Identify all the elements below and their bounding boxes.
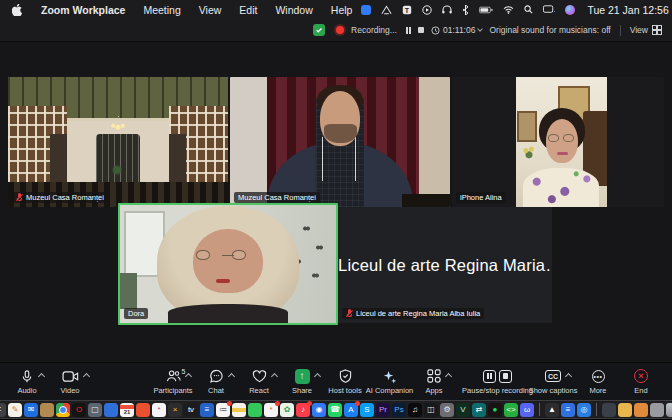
chevron-up-icon[interactable] [38, 373, 45, 380]
dock-icon-chrome[interactable] [56, 403, 70, 417]
headphones-icon[interactable] [442, 5, 452, 14]
dock-icon-yellow-x-app[interactable]: × [168, 403, 182, 417]
stop-recording-icon[interactable] [418, 27, 424, 33]
video-tile-dora-active-speaker[interactable]: Dora [118, 203, 338, 325]
menu-item-meeting[interactable]: Meeting [134, 4, 189, 16]
play-circle-icon[interactable] [422, 5, 432, 15]
dock-icon-trash[interactable] [666, 403, 672, 417]
dock-icon-whatsapp[interactable]: ☎ [328, 403, 342, 417]
chevron-up-icon[interactable] [227, 373, 234, 380]
participants-icon: 5 [166, 368, 181, 384]
zoom-window-titlebar: Recording... 01:11:06 Original sound for… [0, 19, 672, 42]
view-button[interactable]: View [630, 25, 662, 35]
dock-icon-blue-doc-app[interactable]: ≡ [561, 403, 575, 417]
video-tile-liceul[interactable]: Liceul de arte Regina Maria… Liceul de a… [338, 207, 552, 323]
wifi-icon[interactable] [503, 6, 514, 14]
pause-recording-icon[interactable] [406, 27, 411, 34]
encryption-shield-icon[interactable] [313, 24, 325, 36]
dock-icon-app-store[interactable]: A [344, 403, 358, 417]
dock-icon-notes[interactable] [232, 403, 246, 417]
menu-item-edit[interactable]: Edit [230, 4, 266, 16]
dock-icon-music[interactable]: ♪ [296, 403, 310, 417]
apple-menu-icon[interactable] [12, 4, 22, 16]
toolbar-react-button[interactable]: React [242, 368, 276, 395]
chevron-down-icon[interactable] [478, 26, 484, 32]
dock-icon-blue-app[interactable] [104, 403, 118, 417]
dock-icon-photos[interactable]: * [152, 403, 166, 417]
video-tile-museum-hall[interactable]: Muzeul Casa Romanței [8, 77, 228, 207]
dock-icon-pencil-app[interactable]: ✎ [8, 403, 22, 417]
dock-icon-blue-circle-app[interactable]: ◎ [577, 403, 591, 417]
dock-icon-skype[interactable]: S [360, 403, 374, 417]
dock-icon-dark-z-app[interactable]: ◫ [424, 403, 438, 417]
dock-icon-tan-app[interactable] [40, 403, 54, 417]
menu-item-view[interactable]: View [190, 4, 231, 16]
toolbar-apps-button[interactable]: Apps [417, 368, 451, 395]
toolbar-participants-button[interactable]: 5Participants [156, 368, 190, 395]
menu-bar-clock[interactable]: Tue 21 Jan 12:56 [587, 4, 668, 16]
dock-icon-calendar[interactable]: 21 [120, 403, 134, 417]
toolbar-more-button[interactable]: •••More [581, 368, 615, 395]
chevron-up-icon[interactable] [184, 373, 191, 380]
dock-icon-blue-lines-app[interactable]: ≡ [200, 403, 214, 417]
aframe-icon[interactable] [381, 5, 392, 15]
dock-icon-reminders[interactable]: ≔ [216, 403, 230, 417]
original-sound-toggle[interactable]: Original sound for musicians: off [489, 25, 610, 35]
dock-icon-dark-folder[interactable] [602, 403, 616, 417]
toolbar-video-button[interactable]: Video [53, 368, 87, 395]
menu-item-zoom-workplace[interactable]: Zoom Workplace [32, 4, 134, 16]
menu-item-window[interactable]: Window [266, 4, 321, 16]
bluetooth-icon[interactable] [462, 5, 469, 15]
dock-icon-leaf-app[interactable]: ✿ [280, 403, 294, 417]
app-blue-icon[interactable] [361, 5, 371, 15]
status-icons: T+ [361, 5, 575, 15]
toolbar-audio-button[interactable]: Audio [10, 368, 44, 395]
dock-icon-v-app[interactable]: V [456, 403, 470, 417]
chevron-up-icon[interactable] [565, 373, 572, 380]
chevron-up-icon[interactable] [313, 373, 320, 380]
dock-icon-photoshop[interactable]: Ps [392, 403, 406, 417]
dock-icon-minimized-window[interactable] [650, 403, 664, 417]
chevron-up-icon[interactable] [445, 373, 452, 380]
siri-icon[interactable] [565, 5, 575, 15]
chevron-up-icon[interactable] [82, 373, 89, 380]
dock-icon-system-settings[interactable]: ⚙ [440, 403, 454, 417]
video-tile-museum-host[interactable]: Muzeul Casa Romanței [230, 77, 450, 207]
dock-icon-opera[interactable]: O [72, 403, 86, 417]
chevron-up-icon[interactable] [270, 373, 277, 380]
dock-icon-orange-folder[interactable] [634, 403, 648, 417]
dock-icon-premiere[interactable]: Pr [376, 403, 390, 417]
video-tile-iphone-alina[interactable]: iPhone Alina [452, 77, 664, 207]
battery-icon[interactable] [479, 6, 493, 14]
toolbar-record-button[interactable]: Pause/stop recording [470, 368, 525, 395]
dock-icon-apple-tv[interactable]: tv [184, 403, 198, 417]
dock-icon-color-wheel-app[interactable]: * [264, 403, 278, 417]
toolbar-ai-companion-button[interactable]: AI Companion [371, 368, 408, 395]
dock-separator [539, 403, 540, 416]
dock-icon-teal-arrows-app[interactable]: ⇄ [472, 403, 486, 417]
dock-icon-green-app[interactable] [248, 403, 262, 417]
meeting-timer: 01:11:06 [443, 25, 475, 35]
dock-icon-spotify[interactable]: ● [488, 403, 502, 417]
toolbar-share-button[interactable]: ↑Share [285, 368, 319, 395]
dock-icon-orange-circle-app[interactable] [136, 403, 150, 417]
search-icon[interactable] [524, 5, 533, 14]
dock-icon-discord[interactable]: ω [520, 403, 534, 417]
toolbar-chat-button[interactable]: Chat [199, 368, 233, 395]
display-icon[interactable]: + [543, 5, 555, 14]
toolbar-end-button[interactable]: ×End [624, 368, 658, 395]
toolbar-captions-button[interactable]: CCShow captions [534, 368, 572, 395]
dock-icon-tiktok[interactable]: ♫ [408, 403, 422, 417]
dock-icon-mail[interactable]: ✉ [24, 403, 38, 417]
dock-icon-blue-figure-app[interactable]: ◉ [312, 403, 326, 417]
dock-icon-up-arrow-app[interactable]: ▲ [545, 403, 559, 417]
dock-icon-preview-app[interactable]: ▢ [88, 403, 102, 417]
dock-icon-green-code-app[interactable]: <> [504, 403, 518, 417]
dock-icon-yellow-folder[interactable] [618, 403, 632, 417]
t-square-icon[interactable]: T [402, 5, 412, 15]
svg-text:+: + [554, 8, 555, 14]
dock-icon-launchpad[interactable]: ∷ [0, 403, 6, 417]
toolbar-host-tools-button[interactable]: Host tools [328, 368, 362, 395]
menu-item-help[interactable]: Help [322, 4, 362, 16]
recording-dot-icon [336, 26, 344, 34]
